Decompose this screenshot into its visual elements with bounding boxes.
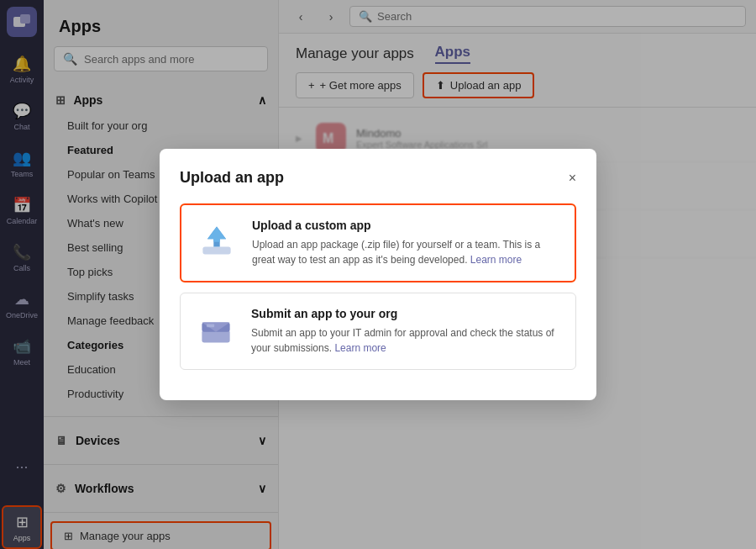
submit-org-icon <box>194 307 238 351</box>
upload-app-modal: Upload an app × Upload a custom app Uplo… <box>160 149 596 400</box>
svg-rect-11 <box>207 324 214 327</box>
modal-header: Upload an app × <box>180 169 576 187</box>
svg-marker-7 <box>207 226 226 241</box>
submit-org-learn-more-link[interactable]: Learn more <box>334 342 386 354</box>
custom-app-desc: Upload an app package (.zip file) for yo… <box>252 237 561 267</box>
modal-close-button[interactable]: × <box>569 171 576 186</box>
modal-overlay[interactable]: Upload an app × Upload a custom app Uplo… <box>0 0 756 549</box>
custom-app-title: Upload a custom app <box>252 219 561 232</box>
modal-title: Upload an app <box>180 169 284 187</box>
modal-option-custom-app[interactable]: Upload a custom app Upload an app packag… <box>180 203 576 282</box>
submit-org-text: Submit an app to your org Submit an app … <box>251 307 562 356</box>
custom-app-text: Upload a custom app Upload an app packag… <box>252 219 561 267</box>
modal-option-submit-org[interactable]: Submit an app to your org Submit an app … <box>180 293 576 370</box>
svg-rect-5 <box>202 246 230 254</box>
custom-app-learn-more-link[interactable]: Learn more <box>470 254 522 266</box>
submit-org-desc: Submit an app to your IT admin for appro… <box>251 325 562 356</box>
submit-org-title: Submit an app to your org <box>251 307 562 320</box>
custom-app-icon <box>195 219 239 262</box>
svg-rect-8 <box>202 330 229 343</box>
